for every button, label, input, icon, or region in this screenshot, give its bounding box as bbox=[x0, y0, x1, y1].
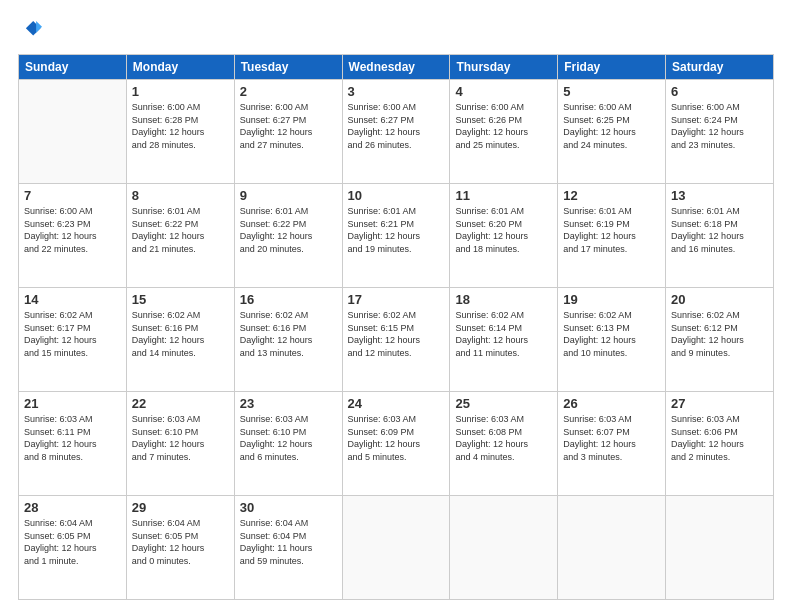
cell-info: Sunrise: 6:03 AM Sunset: 6:09 PM Dayligh… bbox=[348, 413, 445, 463]
calendar-cell: 29Sunrise: 6:04 AM Sunset: 6:05 PM Dayli… bbox=[126, 496, 234, 600]
day-number: 9 bbox=[240, 188, 337, 203]
calendar-cell: 17Sunrise: 6:02 AM Sunset: 6:15 PM Dayli… bbox=[342, 288, 450, 392]
cell-info: Sunrise: 6:01 AM Sunset: 6:21 PM Dayligh… bbox=[348, 205, 445, 255]
cell-info: Sunrise: 6:01 AM Sunset: 6:22 PM Dayligh… bbox=[240, 205, 337, 255]
day-number: 7 bbox=[24, 188, 121, 203]
calendar-cell: 19Sunrise: 6:02 AM Sunset: 6:13 PM Dayli… bbox=[558, 288, 666, 392]
cell-info: Sunrise: 6:02 AM Sunset: 6:14 PM Dayligh… bbox=[455, 309, 552, 359]
cell-info: Sunrise: 6:00 AM Sunset: 6:27 PM Dayligh… bbox=[240, 101, 337, 151]
calendar-cell: 4Sunrise: 6:00 AM Sunset: 6:26 PM Daylig… bbox=[450, 80, 558, 184]
calendar-cell: 2Sunrise: 6:00 AM Sunset: 6:27 PM Daylig… bbox=[234, 80, 342, 184]
calendar-cell: 28Sunrise: 6:04 AM Sunset: 6:05 PM Dayli… bbox=[19, 496, 127, 600]
day-number: 4 bbox=[455, 84, 552, 99]
calendar-cell: 27Sunrise: 6:03 AM Sunset: 6:06 PM Dayli… bbox=[666, 392, 774, 496]
day-of-week-header: Friday bbox=[558, 55, 666, 80]
cell-info: Sunrise: 6:02 AM Sunset: 6:17 PM Dayligh… bbox=[24, 309, 121, 359]
cell-info: Sunrise: 6:04 AM Sunset: 6:04 PM Dayligh… bbox=[240, 517, 337, 567]
cell-info: Sunrise: 6:01 AM Sunset: 6:19 PM Dayligh… bbox=[563, 205, 660, 255]
day-of-week-header: Sunday bbox=[19, 55, 127, 80]
day-of-week-header: Monday bbox=[126, 55, 234, 80]
logo bbox=[18, 18, 42, 44]
day-of-week-header: Tuesday bbox=[234, 55, 342, 80]
cell-info: Sunrise: 6:03 AM Sunset: 6:06 PM Dayligh… bbox=[671, 413, 768, 463]
day-number: 18 bbox=[455, 292, 552, 307]
cell-info: Sunrise: 6:02 AM Sunset: 6:13 PM Dayligh… bbox=[563, 309, 660, 359]
calendar-cell: 21Sunrise: 6:03 AM Sunset: 6:11 PM Dayli… bbox=[19, 392, 127, 496]
calendar-cell: 13Sunrise: 6:01 AM Sunset: 6:18 PM Dayli… bbox=[666, 184, 774, 288]
cell-info: Sunrise: 6:01 AM Sunset: 6:18 PM Dayligh… bbox=[671, 205, 768, 255]
calendar-cell: 7Sunrise: 6:00 AM Sunset: 6:23 PM Daylig… bbox=[19, 184, 127, 288]
day-number: 24 bbox=[348, 396, 445, 411]
calendar-cell: 15Sunrise: 6:02 AM Sunset: 6:16 PM Dayli… bbox=[126, 288, 234, 392]
cell-info: Sunrise: 6:03 AM Sunset: 6:10 PM Dayligh… bbox=[132, 413, 229, 463]
day-number: 6 bbox=[671, 84, 768, 99]
day-number: 3 bbox=[348, 84, 445, 99]
svg-marker-1 bbox=[36, 21, 42, 33]
cell-info: Sunrise: 6:02 AM Sunset: 6:16 PM Dayligh… bbox=[132, 309, 229, 359]
day-of-week-header: Wednesday bbox=[342, 55, 450, 80]
cell-info: Sunrise: 6:03 AM Sunset: 6:10 PM Dayligh… bbox=[240, 413, 337, 463]
calendar-cell: 20Sunrise: 6:02 AM Sunset: 6:12 PM Dayli… bbox=[666, 288, 774, 392]
day-number: 23 bbox=[240, 396, 337, 411]
cell-info: Sunrise: 6:01 AM Sunset: 6:20 PM Dayligh… bbox=[455, 205, 552, 255]
day-number: 14 bbox=[24, 292, 121, 307]
calendar-cell: 25Sunrise: 6:03 AM Sunset: 6:08 PM Dayli… bbox=[450, 392, 558, 496]
page: SundayMondayTuesdayWednesdayThursdayFrid… bbox=[0, 0, 792, 612]
calendar-cell: 9Sunrise: 6:01 AM Sunset: 6:22 PM Daylig… bbox=[234, 184, 342, 288]
calendar-cell: 11Sunrise: 6:01 AM Sunset: 6:20 PM Dayli… bbox=[450, 184, 558, 288]
header bbox=[18, 18, 774, 44]
day-number: 19 bbox=[563, 292, 660, 307]
day-number: 1 bbox=[132, 84, 229, 99]
day-number: 5 bbox=[563, 84, 660, 99]
calendar-cell: 24Sunrise: 6:03 AM Sunset: 6:09 PM Dayli… bbox=[342, 392, 450, 496]
day-number: 13 bbox=[671, 188, 768, 203]
day-number: 21 bbox=[24, 396, 121, 411]
day-number: 29 bbox=[132, 500, 229, 515]
day-number: 26 bbox=[563, 396, 660, 411]
cell-info: Sunrise: 6:00 AM Sunset: 6:28 PM Dayligh… bbox=[132, 101, 229, 151]
day-number: 30 bbox=[240, 500, 337, 515]
cell-info: Sunrise: 6:03 AM Sunset: 6:11 PM Dayligh… bbox=[24, 413, 121, 463]
day-of-week-header: Saturday bbox=[666, 55, 774, 80]
calendar-cell bbox=[450, 496, 558, 600]
day-number: 2 bbox=[240, 84, 337, 99]
cell-info: Sunrise: 6:00 AM Sunset: 6:25 PM Dayligh… bbox=[563, 101, 660, 151]
calendar-cell: 12Sunrise: 6:01 AM Sunset: 6:19 PM Dayli… bbox=[558, 184, 666, 288]
cell-info: Sunrise: 6:02 AM Sunset: 6:12 PM Dayligh… bbox=[671, 309, 768, 359]
cell-info: Sunrise: 6:02 AM Sunset: 6:15 PM Dayligh… bbox=[348, 309, 445, 359]
day-number: 25 bbox=[455, 396, 552, 411]
calendar-cell bbox=[19, 80, 127, 184]
calendar-cell bbox=[558, 496, 666, 600]
day-number: 27 bbox=[671, 396, 768, 411]
calendar-cell: 5Sunrise: 6:00 AM Sunset: 6:25 PM Daylig… bbox=[558, 80, 666, 184]
day-number: 12 bbox=[563, 188, 660, 203]
day-number: 22 bbox=[132, 396, 229, 411]
calendar-cell: 3Sunrise: 6:00 AM Sunset: 6:27 PM Daylig… bbox=[342, 80, 450, 184]
calendar-cell: 10Sunrise: 6:01 AM Sunset: 6:21 PM Dayli… bbox=[342, 184, 450, 288]
cell-info: Sunrise: 6:00 AM Sunset: 6:27 PM Dayligh… bbox=[348, 101, 445, 151]
cell-info: Sunrise: 6:00 AM Sunset: 6:23 PM Dayligh… bbox=[24, 205, 121, 255]
calendar-table: SundayMondayTuesdayWednesdayThursdayFrid… bbox=[18, 54, 774, 600]
cell-info: Sunrise: 6:03 AM Sunset: 6:07 PM Dayligh… bbox=[563, 413, 660, 463]
day-number: 11 bbox=[455, 188, 552, 203]
cell-info: Sunrise: 6:01 AM Sunset: 6:22 PM Dayligh… bbox=[132, 205, 229, 255]
day-number: 20 bbox=[671, 292, 768, 307]
calendar-cell: 22Sunrise: 6:03 AM Sunset: 6:10 PM Dayli… bbox=[126, 392, 234, 496]
day-number: 16 bbox=[240, 292, 337, 307]
calendar-cell: 18Sunrise: 6:02 AM Sunset: 6:14 PM Dayli… bbox=[450, 288, 558, 392]
cell-info: Sunrise: 6:03 AM Sunset: 6:08 PM Dayligh… bbox=[455, 413, 552, 463]
cell-info: Sunrise: 6:00 AM Sunset: 6:26 PM Dayligh… bbox=[455, 101, 552, 151]
day-number: 17 bbox=[348, 292, 445, 307]
calendar-cell: 30Sunrise: 6:04 AM Sunset: 6:04 PM Dayli… bbox=[234, 496, 342, 600]
calendar-cell: 23Sunrise: 6:03 AM Sunset: 6:10 PM Dayli… bbox=[234, 392, 342, 496]
calendar-cell: 6Sunrise: 6:00 AM Sunset: 6:24 PM Daylig… bbox=[666, 80, 774, 184]
calendar-cell: 26Sunrise: 6:03 AM Sunset: 6:07 PM Dayli… bbox=[558, 392, 666, 496]
cell-info: Sunrise: 6:04 AM Sunset: 6:05 PM Dayligh… bbox=[24, 517, 121, 567]
calendar-cell bbox=[666, 496, 774, 600]
day-number: 8 bbox=[132, 188, 229, 203]
calendar-cell: 8Sunrise: 6:01 AM Sunset: 6:22 PM Daylig… bbox=[126, 184, 234, 288]
calendar-cell: 16Sunrise: 6:02 AM Sunset: 6:16 PM Dayli… bbox=[234, 288, 342, 392]
calendar-cell: 14Sunrise: 6:02 AM Sunset: 6:17 PM Dayli… bbox=[19, 288, 127, 392]
cell-info: Sunrise: 6:00 AM Sunset: 6:24 PM Dayligh… bbox=[671, 101, 768, 151]
day-number: 28 bbox=[24, 500, 121, 515]
